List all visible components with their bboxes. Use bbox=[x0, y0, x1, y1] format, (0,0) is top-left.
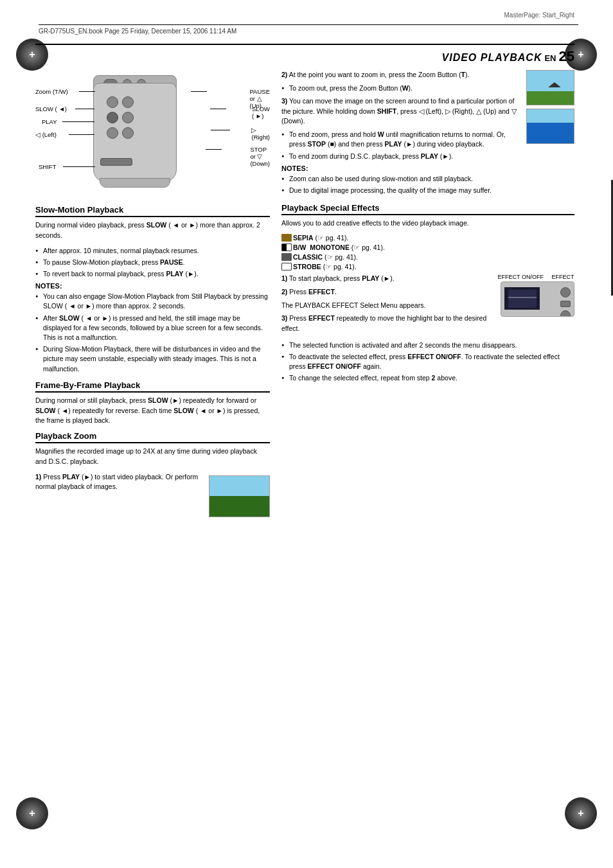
camera-body-shape bbox=[93, 83, 177, 182]
zoom-step1: 1) Press PLAY (►) to start video playbac… bbox=[35, 472, 199, 493]
page-title: VIDEO PLAYBACK bbox=[442, 52, 542, 64]
slow-motion-section: Slow-Motion Playback During normal video… bbox=[35, 205, 270, 374]
effect-bw-text: B/W MONOTONE (☞ pg. 41). bbox=[293, 244, 385, 251]
label-slow-left-text: SLOW ( ◄) bbox=[35, 105, 67, 112]
classic-icon bbox=[281, 253, 292, 261]
left-column: Zoom (T/W) SLOW ( ◄) PLAY ◁ (Left) bbox=[35, 70, 270, 520]
effect-bw: B/W MONOTONE (☞ pg. 41). bbox=[281, 244, 574, 251]
label-shift: SHIFT bbox=[39, 163, 56, 170]
effect-bullet-2: To deactivate the selected effect, press… bbox=[281, 352, 574, 371]
frame-by-frame-section: Frame-By-Frame Playback During normal or… bbox=[35, 380, 270, 426]
effects-intro: Allows you to add creative effects to th… bbox=[281, 218, 574, 229]
playback-zoom-intro: Magnifies the recorded image up to 24X a… bbox=[35, 447, 270, 467]
cam-btn-6 bbox=[122, 127, 134, 139]
zoom-step3-bullet1: To end zoom, press and hold W until magn… bbox=[281, 130, 574, 149]
frame-by-frame-heading: Frame-By-Frame Playback bbox=[35, 380, 270, 393]
effect-label-text: EFFECT bbox=[551, 274, 574, 280]
line-right bbox=[211, 130, 230, 130]
page-container: MasterPage: Start_Right GR-D775US_EN.boo… bbox=[0, 0, 613, 868]
cam-btn-3 bbox=[107, 112, 118, 123]
effect-highlight-bar bbox=[508, 297, 537, 298]
camera-bottom-shape bbox=[100, 178, 170, 188]
line-play bbox=[62, 121, 94, 122]
effect-step2: 2) Press EFFECT. bbox=[281, 287, 492, 297]
cam-btn-4 bbox=[122, 112, 134, 123]
zoom-step2-bullet: To zoom out, press the Zoom Button (W). bbox=[281, 84, 574, 93]
effect-classic: CLASSIC (☞ pg. 41). bbox=[281, 253, 574, 261]
effect-device-buttons bbox=[560, 287, 571, 317]
effect-onoff-text: EFFECT ON/OFF bbox=[498, 274, 544, 280]
effect-device-btn-2 bbox=[560, 301, 571, 307]
label-stop-down-text: STOP or ▽ (Down) bbox=[250, 146, 270, 167]
effect-device-container: EFFECT ON/OFF EFFECT bbox=[497, 274, 574, 317]
label-right-text: ▷ (Right) bbox=[251, 127, 270, 141]
line-zoom-tw bbox=[79, 91, 95, 92]
line-slow-right bbox=[210, 109, 226, 109]
playback-zoom-heading: Playback Zoom bbox=[35, 431, 270, 443]
effect-bullet-3: To change the selected effect, repeat fr… bbox=[281, 373, 574, 383]
effect-steps-text: 1) To start playback, press PLAY (►). 2)… bbox=[281, 274, 492, 337]
zoom-notes-heading: NOTES: bbox=[281, 164, 574, 172]
effect-strobe: STROBE (☞ pg. 41). bbox=[281, 263, 574, 270]
label-slow-right-text: SLOW ( ►) bbox=[252, 105, 270, 120]
effect-device-screen bbox=[504, 287, 540, 310]
right-column: 2) At the point you want to zoom in, pre… bbox=[281, 70, 574, 520]
zoom-note-1: Zoom can also be used during slow-motion… bbox=[281, 174, 574, 184]
effect-screen-inner bbox=[508, 290, 537, 308]
effect-step3: 3) Press EFFECT repeatedly to move the h… bbox=[281, 314, 492, 334]
slow-motion-note-2: After SLOW ( ◄ or ►) is pressed and held… bbox=[35, 314, 270, 343]
page-number: 25 bbox=[559, 48, 574, 65]
page-title-bar: VIDEO PLAYBACK EN 25 bbox=[35, 48, 574, 65]
strobe-icon bbox=[281, 263, 292, 270]
effect-classic-text: CLASSIC (☞ pg. 41). bbox=[293, 253, 358, 261]
effect-onoff-label: EFFECT ON/OFF EFFECT bbox=[497, 274, 574, 280]
slow-motion-bullet-1: After approx. 10 minutes, normal playbac… bbox=[35, 246, 270, 256]
zoom-landscape-thumbnail bbox=[209, 475, 270, 517]
slow-motion-heading: Slow-Motion Playback bbox=[35, 205, 270, 217]
master-page-label: MasterPage: Start_Right bbox=[504, 12, 575, 19]
zoom-note-2: Due to digital image processing, the qua… bbox=[281, 186, 574, 195]
playback-zoom-section: Playback Zoom Magnifies the recorded ima… bbox=[35, 431, 270, 520]
label-play-text: PLAY bbox=[42, 118, 57, 125]
corner-decoration-bl bbox=[16, 797, 48, 829]
effects-heading: Playback Special Effects bbox=[281, 203, 574, 215]
label-zoom-tw-text: Zoom (T/W) bbox=[35, 88, 68, 95]
label-shift-text: SHIFT bbox=[39, 163, 56, 170]
effect-steps-area: 1) To start playback, press PLAY (►). 2)… bbox=[281, 274, 574, 337]
slow-motion-notes-heading: NOTES: bbox=[35, 282, 270, 290]
frame-by-frame-body: During normal or still playback, press S… bbox=[35, 396, 270, 426]
camera-button-grid bbox=[107, 96, 134, 139]
effect-device-image bbox=[501, 281, 574, 317]
cam-btn-1 bbox=[107, 96, 118, 108]
effect-sepia-text: SEPIA (☞ pg. 41). bbox=[293, 234, 348, 242]
zoom-step1-area: 1) Press PLAY (►) to start video playbac… bbox=[35, 472, 270, 520]
effect-device-btn-3 bbox=[560, 310, 571, 317]
effect-strobe-text: STROBE (☞ pg. 41). bbox=[293, 263, 357, 270]
top-rule bbox=[35, 44, 574, 45]
cam-btn-5 bbox=[107, 127, 118, 139]
slow-motion-body: During normal video playback, press SLOW… bbox=[35, 220, 270, 241]
sepia-icon bbox=[281, 234, 292, 242]
main-content: VIDEO PLAYBACK EN 25 bbox=[35, 44, 574, 520]
line-shift bbox=[63, 166, 95, 167]
slow-motion-bullet-2: To pause Slow-Motion playback, press PAU… bbox=[35, 258, 270, 267]
slow-motion-note-1: You can also engage Slow-Motion Playback… bbox=[35, 292, 270, 311]
label-zoom-tw: Zoom (T/W) bbox=[35, 88, 68, 95]
effect-sepia: SEPIA (☞ pg. 41). bbox=[281, 234, 574, 242]
cam-shift-btn bbox=[100, 158, 132, 166]
effect-bullet-1: The selected function is activated and a… bbox=[281, 341, 574, 350]
cam-btn-2 bbox=[122, 96, 134, 108]
line-left bbox=[69, 134, 94, 135]
zoom-step3-bullet2: To end zoom during D.S.C. playback, pres… bbox=[281, 152, 574, 161]
label-slow-left: SLOW ( ◄) bbox=[35, 105, 67, 112]
two-column-layout: Zoom (T/W) SLOW ( ◄) PLAY ◁ (Left) bbox=[35, 70, 574, 520]
label-left-text: ◁ (Left) bbox=[35, 131, 57, 138]
book-info: GR-D775US_EN.book Page 25 Friday, Decemb… bbox=[39, 24, 578, 35]
slow-motion-bullet-3: To revert back to normal playback, press… bbox=[35, 269, 270, 279]
playback-effects-section: Playback Special Effects Allows you to a… bbox=[281, 203, 574, 383]
line-stop-down bbox=[206, 149, 222, 150]
line-slow-left bbox=[75, 109, 94, 109]
effects-list: SEPIA (☞ pg. 41). B/W MONOTONE (☞ pg. 41… bbox=[281, 234, 574, 270]
effect-device-btn-1 bbox=[560, 287, 571, 297]
effect-step1: 1) To start playback, press PLAY (►). bbox=[281, 274, 492, 284]
